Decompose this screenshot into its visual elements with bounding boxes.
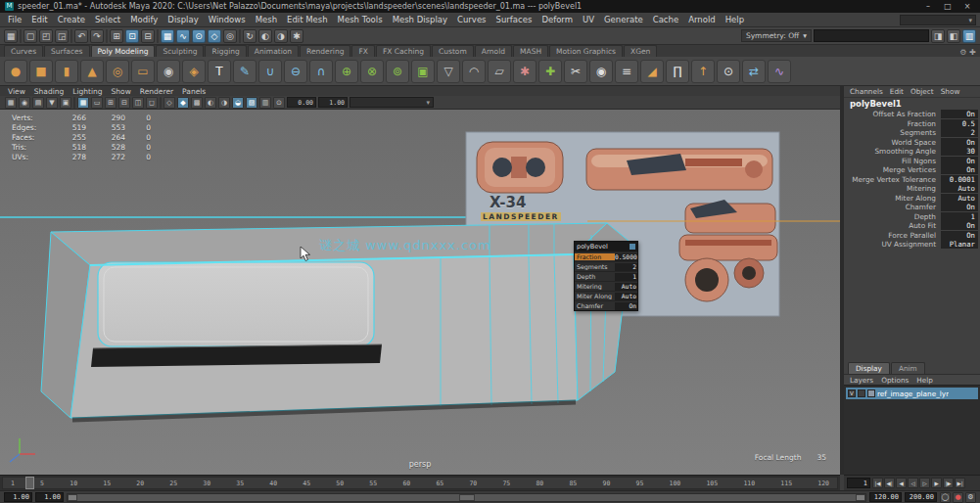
perspective-viewport[interactable]: View Shading Lighting Show Renderer Pane…: [0, 86, 840, 475]
attribute-value-field[interactable]: 0.0001: [941, 175, 978, 184]
current-time-marker[interactable]: [25, 477, 34, 489]
shaded-mode-icon[interactable]: ◆: [177, 97, 189, 109]
gate-mask-icon[interactable]: ⊟: [118, 97, 130, 109]
divider-5[interactable]: [239, 29, 241, 43]
layer-editor-tab[interactable]: Display: [848, 362, 890, 374]
shelf-tab[interactable]: Sculpting: [156, 45, 204, 57]
image-plane-icon[interactable]: ▣: [60, 97, 71, 109]
extrude-icon[interactable]: ↑: [691, 60, 715, 83]
menu-item[interactable]: Surfaces: [491, 14, 537, 25]
divider-2[interactable]: [70, 29, 72, 43]
attribute-value-field[interactable]: 30: [941, 147, 978, 156]
attribute-value-field[interactable]: Auto: [941, 194, 978, 203]
connect-icon[interactable]: ≡: [615, 60, 638, 83]
popup-attribute-field[interactable]: Auto: [615, 293, 637, 300]
layer-playback-toggle[interactable]: [858, 389, 865, 397]
layer-color-swatch[interactable]: [867, 389, 875, 397]
shelf-gear-icon[interactable]: ⚙: [959, 48, 966, 57]
attribute-value-field[interactable]: 2: [941, 128, 978, 137]
shelf-tab[interactable]: FX Caching: [376, 45, 431, 57]
extract-icon[interactable]: ⊚: [386, 60, 409, 83]
exposure-field[interactable]: 0.00: [287, 97, 316, 108]
step-forward-key-button[interactable]: ▶: [931, 478, 942, 488]
play-forward-button[interactable]: ▷: [919, 478, 930, 488]
attribute-value-field[interactable]: 0.5: [941, 119, 978, 128]
snap-to-grid-icon[interactable]: ▦: [161, 29, 174, 43]
menu-item[interactable]: Create: [53, 14, 90, 25]
textured-mode-icon[interactable]: ▩: [191, 97, 203, 109]
layer-editor-menu-item[interactable]: Help: [916, 376, 933, 385]
render-icon[interactable]: ◐: [258, 29, 272, 43]
bevel-icon[interactable]: ◢: [640, 60, 664, 83]
lock-camera-icon[interactable]: ◉: [19, 97, 30, 109]
shadows-toggle-icon[interactable]: ◑: [218, 97, 230, 109]
playback-end-field[interactable]: 120.00: [869, 492, 902, 502]
ipr-render-icon[interactable]: ◑: [274, 29, 288, 43]
menu-item[interactable]: Help: [721, 14, 749, 25]
platonic-solid-icon[interactable]: ◈: [182, 60, 206, 83]
menu-item[interactable]: Cache: [648, 14, 683, 25]
select-object-icon[interactable]: ⊡: [125, 29, 139, 43]
redo-icon[interactable]: ↷: [90, 29, 104, 43]
divider-4[interactable]: [157, 29, 159, 43]
poly-cylinder-icon[interactable]: ▮: [55, 60, 78, 83]
time-slider[interactable]: 1 5 10 15 20 25 30 35 40 45 50 55 60 65 …: [0, 475, 840, 490]
gamma-field[interactable]: 1.00: [318, 97, 348, 108]
curve-warp-icon[interactable]: ∿: [768, 60, 791, 83]
animation-end-field[interactable]: 200.00: [905, 492, 937, 502]
safe-title-icon[interactable]: ◻: [146, 97, 158, 109]
range-end-handle[interactable]: [856, 494, 865, 501]
film-gate-icon[interactable]: ▭: [91, 97, 103, 109]
playback-start-field[interactable]: 1.00: [35, 492, 64, 502]
snap-to-curve-icon[interactable]: ∿: [176, 29, 190, 43]
divider-3[interactable]: [106, 29, 108, 43]
wireframe-mode-icon[interactable]: ◇: [163, 97, 175, 109]
ao-toggle-icon[interactable]: ◒: [232, 97, 244, 109]
camera-attributes-icon[interactable]: ▤: [32, 97, 44, 109]
channel-box-menu-item[interactable]: Object: [910, 87, 934, 96]
shelf-tab[interactable]: Custom: [432, 45, 474, 57]
channel-box-menu-item[interactable]: Show: [941, 87, 960, 96]
xray-toggle-icon[interactable]: ▥: [259, 97, 271, 109]
select-hierarchy-icon[interactable]: ⊞: [110, 29, 123, 43]
shelf-tab[interactable]: Arnold: [475, 45, 512, 57]
menu-item[interactable]: Edit: [26, 14, 52, 25]
popup-help-icon[interactable]: [630, 244, 635, 250]
workspace-dropdown[interactable]: ▾: [900, 15, 976, 25]
divider-b[interactable]: [160, 97, 162, 109]
minimize-button[interactable]: –: [920, 2, 936, 11]
menu-item[interactable]: Mesh Display: [388, 14, 452, 25]
layer-editor-tab[interactable]: Anim: [891, 362, 925, 374]
render-settings-icon[interactable]: ✱: [290, 29, 303, 43]
attribute-value-field[interactable]: On: [941, 165, 978, 174]
poly-cone-icon[interactable]: ▲: [80, 60, 104, 83]
polybevel-inview-editor[interactable]: polyBevel Fraction 0.5000 Segments 2 Dep…: [574, 241, 638, 311]
file-new-icon[interactable]: ▢: [23, 29, 37, 43]
bridge-icon[interactable]: ∏: [666, 60, 689, 83]
multi-cut-icon[interactable]: ✂: [564, 60, 587, 83]
shelf-tab[interactable]: Rigging: [205, 45, 246, 57]
channel-box-menu-item[interactable]: Edit: [890, 87, 904, 96]
sculpt-tool-icon[interactable]: ✱: [513, 60, 537, 83]
undo-icon[interactable]: ↶: [74, 29, 88, 43]
shelf-tab[interactable]: Motion Graphics: [549, 45, 623, 57]
polybevel-popup-titlebar[interactable]: polyBevel: [575, 242, 637, 252]
antialias-toggle-icon[interactable]: ▨: [246, 97, 257, 109]
current-frame-field[interactable]: 1: [847, 478, 870, 488]
separate-icon[interactable]: ⊗: [360, 60, 384, 83]
attribute-value-field[interactable]: On: [941, 138, 978, 147]
menu-item[interactable]: Mesh: [251, 14, 282, 25]
popup-attribute-field[interactable]: On: [615, 302, 637, 310]
layer-editor-menu-item[interactable]: Options: [881, 376, 909, 385]
attribute-value-field[interactable]: On: [941, 221, 978, 230]
step-forward-frame-button[interactable]: |▶: [943, 478, 954, 488]
shelf-tab[interactable]: FX: [351, 45, 374, 57]
range-grab-handle[interactable]: [459, 494, 475, 501]
menu-item[interactable]: Arnold: [683, 14, 721, 25]
boolean-difference-icon[interactable]: ⊖: [284, 60, 307, 83]
menu-item[interactable]: Modify: [125, 14, 163, 25]
divider-a[interactable]: [73, 97, 75, 109]
panel-face[interactable]: [98, 262, 374, 346]
popup-attribute-field[interactable]: 2: [615, 263, 637, 271]
lighting-toggle-icon[interactable]: ◐: [205, 97, 216, 109]
